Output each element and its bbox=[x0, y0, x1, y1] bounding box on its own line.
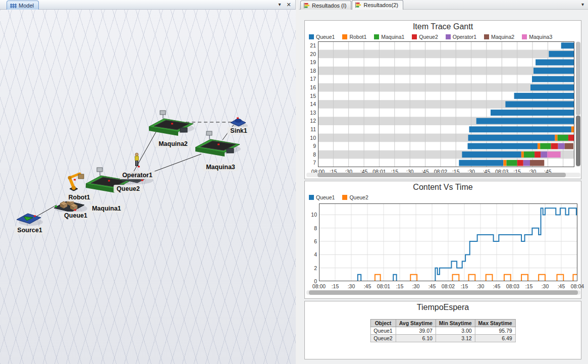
gantt-vscroll-thumb[interactable] bbox=[576, 116, 580, 166]
tab-overflow-icon[interactable]: ▾ bbox=[581, 2, 584, 7]
model-scene bbox=[0, 10, 296, 364]
table-cell: Queue2 bbox=[370, 335, 396, 342]
legend-label: Robot1 bbox=[349, 34, 366, 40]
gantt-row-label: 18 bbox=[306, 68, 316, 74]
model-object-robot1[interactable] bbox=[68, 174, 84, 191]
legend-swatch bbox=[446, 34, 451, 39]
bar-chart-icon bbox=[303, 3, 310, 9]
gantt-bar-maquina3 bbox=[547, 151, 560, 158]
model-object-maquina3[interactable] bbox=[195, 131, 241, 157]
table-cell: 6.10 bbox=[396, 335, 436, 342]
model-pane: Model ▾ ✕ Source1Queue1Robot1Maquina1Que… bbox=[0, 0, 296, 364]
gantt-legend: Queue1Robot1Maquina1Queue2Operator1Maqui… bbox=[309, 34, 552, 40]
results-pane: Resultados (I)Resultados(2) ▾ Item Trace… bbox=[299, 0, 588, 364]
content-y-tick-label: 6 bbox=[306, 238, 317, 244]
gantt-bar-queue1 bbox=[530, 84, 574, 90]
legend-label: Queue1 bbox=[316, 34, 335, 40]
table-cell: 3.12 bbox=[436, 335, 475, 342]
legend-swatch bbox=[342, 195, 347, 200]
object-label-sink1: Sink1 bbox=[227, 127, 250, 135]
object-label-operator1: Operator1 bbox=[119, 171, 155, 179]
gantt-row-label: 16 bbox=[306, 84, 316, 90]
gantt-bar-maquina2 bbox=[530, 160, 544, 166]
gantt-row-label: 8 bbox=[306, 151, 316, 158]
model-3d-viewport[interactable]: Source1Queue1Robot1Maquina1Queue2Operato… bbox=[0, 10, 296, 364]
staytime-table-title: TiempoEspera bbox=[305, 303, 581, 312]
object-connection bbox=[34, 205, 57, 218]
table-header-cell: Min Staytime bbox=[436, 320, 475, 327]
gantt-bar-queue1 bbox=[536, 60, 574, 66]
gantt-bar-queue1 bbox=[561, 42, 574, 48]
gantt-row-label: 21 bbox=[306, 42, 316, 48]
model-object-operator1[interactable] bbox=[135, 153, 140, 168]
content-plot-area bbox=[319, 203, 577, 281]
legend-label: Queue1 bbox=[316, 194, 335, 200]
flexsim-window: Model ▾ ✕ Source1Queue1Robot1Maquina1Que… bbox=[0, 0, 588, 364]
staytime-table-panel: TiempoEspera ObjectAvg StaytimeMin Stayt… bbox=[304, 301, 581, 359]
legend-item-operator1: Operator1 bbox=[446, 34, 476, 40]
content-legend: Queue1Queue2 bbox=[309, 194, 368, 200]
tab-label: Resultados(2) bbox=[363, 2, 398, 8]
content-y-tick-label: 8 bbox=[306, 225, 317, 231]
legend-item-queue1: Queue1 bbox=[309, 194, 335, 200]
content-svg bbox=[319, 203, 577, 281]
gantt-row-label: 10 bbox=[306, 135, 316, 141]
legend-swatch bbox=[522, 34, 527, 39]
object-label-source1: Source1 bbox=[14, 226, 45, 234]
legend-label: Queue2 bbox=[419, 34, 438, 40]
gantt-row-label: 7 bbox=[306, 160, 316, 166]
content-chart-panel: Content Vs Time Queue1Queue2 0246810 08:… bbox=[304, 181, 581, 299]
table-row: Queue139.073.0095.79 bbox=[370, 327, 515, 335]
legend-item-maquina1: Maquina1 bbox=[374, 34, 404, 40]
gantt-bar-operator1 bbox=[558, 143, 565, 149]
gantt-bar-queue1 bbox=[491, 110, 574, 116]
table-cell: 3.00 bbox=[436, 327, 475, 335]
gantt-vertical-scrollbar[interactable] bbox=[576, 41, 580, 167]
tab-resultados-2-[interactable]: Resultados(2) bbox=[352, 0, 403, 10]
model-object-source1[interactable] bbox=[17, 214, 43, 226]
tab-model[interactable]: Model bbox=[7, 1, 39, 10]
gantt-horizontal-scrollbar[interactable] bbox=[306, 173, 580, 177]
tab-resultados-i-[interactable]: Resultados (I) bbox=[300, 1, 351, 10]
legend-item-queue1: Queue1 bbox=[309, 34, 335, 40]
table-header-cell: Avg Staytime bbox=[396, 320, 436, 327]
tab-model-label: Model bbox=[19, 3, 34, 9]
table-header-cell: Max Staytime bbox=[475, 320, 515, 327]
legend-label: Maquina3 bbox=[529, 34, 552, 40]
gantt-vscroll-track-upper[interactable] bbox=[576, 42, 580, 115]
content-y-tick-label: 2 bbox=[306, 265, 317, 271]
gantt-title: Item Trace Gantt bbox=[305, 22, 581, 31]
gantt-bar-queue1 bbox=[532, 76, 574, 82]
content-x-tick-label: 08:04 bbox=[567, 283, 587, 289]
gantt-bar-queue1 bbox=[549, 51, 574, 57]
gantt-bar-queue1 bbox=[468, 135, 555, 141]
gantt-plot-area bbox=[318, 41, 574, 167]
content-y-tick-label: 4 bbox=[306, 251, 317, 257]
model-grid-icon bbox=[10, 3, 17, 9]
gantt-hscroll-thumb[interactable] bbox=[317, 173, 566, 177]
gantt-bar-queue1 bbox=[514, 93, 574, 99]
gantt-bar-queue1 bbox=[505, 101, 574, 108]
gantt-row-label: 13 bbox=[306, 110, 316, 116]
pane-collapse-button[interactable]: ▾ bbox=[276, 2, 283, 7]
gantt-bar-robot1 bbox=[555, 135, 558, 141]
table-cell: Queue1 bbox=[370, 327, 396, 335]
gantt-bar-robot1 bbox=[538, 143, 540, 149]
gantt-bar-maquina1 bbox=[558, 135, 568, 141]
gantt-bar-queue2 bbox=[534, 151, 541, 158]
gantt-chart-panel: Item Trace Gantt Queue1Robot1Maquina1Que… bbox=[304, 20, 581, 179]
content-hscroll-thumb[interactable] bbox=[309, 290, 578, 295]
legend-item-queue2: Queue2 bbox=[342, 194, 368, 200]
pane-close-button[interactable]: ✕ bbox=[285, 2, 292, 8]
content-horizontal-scrollbar[interactable] bbox=[306, 290, 580, 295]
legend-label: Queue2 bbox=[349, 194, 368, 200]
gantt-row-label: 19 bbox=[306, 59, 316, 65]
gantt-row-band bbox=[318, 50, 574, 59]
table-cell: 6.49 bbox=[475, 335, 515, 342]
legend-item-robot1: Robot1 bbox=[342, 34, 366, 40]
legend-item-queue2: Queue2 bbox=[412, 34, 438, 40]
gantt-bar-maquina1 bbox=[540, 143, 551, 149]
legend-swatch bbox=[309, 34, 314, 39]
gantt-bar-queue1 bbox=[469, 126, 571, 132]
gantt-bar-queue1 bbox=[533, 68, 574, 74]
